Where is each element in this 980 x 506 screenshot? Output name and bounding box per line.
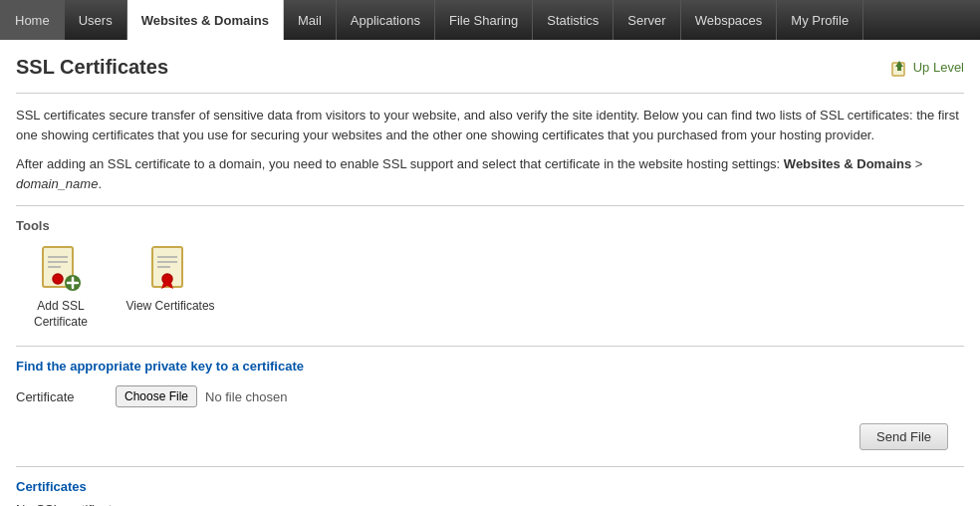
add-ssl-icon xyxy=(37,245,85,293)
tools-divider xyxy=(16,205,964,206)
send-file-button[interactable]: Send File xyxy=(859,423,948,450)
svg-marker-15 xyxy=(161,283,173,289)
header-divider xyxy=(16,93,964,94)
choose-file-button[interactable]: Choose File xyxy=(116,385,197,407)
nav-mail[interactable]: Mail xyxy=(284,0,337,40)
add-ssl-certificate-tool[interactable]: Add SSLCertificate xyxy=(16,245,106,330)
view-certs-svg xyxy=(148,245,192,293)
up-level-link[interactable]: Up Level xyxy=(890,59,964,77)
svg-point-6 xyxy=(53,274,63,284)
tools-section: Tools xyxy=(16,218,964,330)
tools-grid: Add SSLCertificate xyxy=(16,245,964,330)
nav-my-profile[interactable]: My Profile xyxy=(777,0,863,40)
description-2-post: . xyxy=(98,176,102,191)
nav-home[interactable]: Home xyxy=(0,0,65,40)
nav-users[interactable]: Users xyxy=(65,0,127,40)
view-certs-label: View Certificates xyxy=(125,299,214,315)
nav-websites-domains[interactable]: Websites & Domains xyxy=(127,0,284,40)
description-2-mid: > xyxy=(911,156,922,171)
add-cert-svg xyxy=(39,245,83,293)
find-key-heading: Find the appropriate private key to a ce… xyxy=(16,359,964,374)
nav-server[interactable]: Server xyxy=(613,0,680,40)
description-2-pre: After adding an SSL certificate to a dom… xyxy=(16,156,784,171)
nav-applications[interactable]: Applications xyxy=(337,0,435,40)
find-key-divider xyxy=(16,346,964,347)
certificate-label: Certificate xyxy=(16,389,116,404)
main-content: SSL Certificates Up Level SSL certificat… xyxy=(0,40,980,506)
tools-label: Tools xyxy=(16,218,964,233)
file-chosen-text: No file chosen xyxy=(205,389,287,404)
page-header: SSL Certificates Up Level xyxy=(16,56,964,79)
send-file-row: Send File xyxy=(16,423,964,450)
description-websites-domains-link[interactable]: Websites & Domains xyxy=(784,156,911,171)
add-ssl-label: Add SSLCertificate xyxy=(34,299,88,330)
nav-webspaces[interactable]: Webspaces xyxy=(681,0,778,40)
view-certificates-tool[interactable]: View Certificates xyxy=(125,245,215,330)
certificates-divider xyxy=(16,466,964,467)
certificate-form-row: Certificate Choose File No file chosen xyxy=(16,385,964,407)
certificates-section: Certificates No SSL certificates xyxy=(16,479,964,506)
main-navigation: Home Users Websites & Domains Mail Appli… xyxy=(0,0,980,40)
nav-file-sharing[interactable]: File Sharing xyxy=(435,0,533,40)
domain-name-text: domain_name xyxy=(16,176,98,191)
page-title: SSL Certificates xyxy=(16,56,168,79)
description-1: SSL certificates secure transfer of sens… xyxy=(16,106,964,144)
description-2: After adding an SSL certificate to a dom… xyxy=(16,154,964,193)
up-level-icon xyxy=(890,59,908,77)
up-level-label: Up Level xyxy=(913,60,964,75)
find-key-section: Find the appropriate private key to a ce… xyxy=(16,359,964,407)
svg-point-14 xyxy=(162,274,172,284)
certificate-file-control: Choose File No file chosen xyxy=(116,385,287,407)
certificates-heading: Certificates xyxy=(16,479,964,494)
no-ssl-certificates-text: No SSL certificates xyxy=(16,502,964,506)
view-certs-icon xyxy=(146,245,194,293)
nav-statistics[interactable]: Statistics xyxy=(533,0,613,40)
